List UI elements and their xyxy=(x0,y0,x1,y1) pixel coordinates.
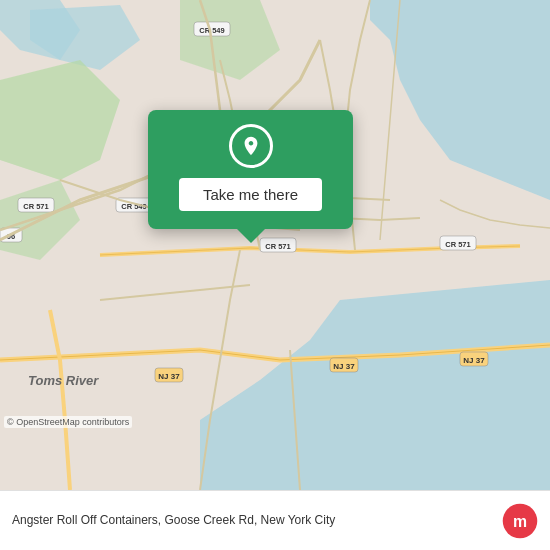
svg-text:CR 571: CR 571 xyxy=(265,242,290,251)
bottom-bar: Angster Roll Off Containers, Goose Creek… xyxy=(0,490,550,550)
moovit-logo: m xyxy=(502,503,538,539)
address-text: Angster Roll Off Containers, Goose Creek… xyxy=(12,513,490,529)
svg-text:NJ 37: NJ 37 xyxy=(463,356,485,365)
svg-text:CR 571: CR 571 xyxy=(23,202,48,211)
svg-text:CR 549: CR 549 xyxy=(199,26,224,35)
svg-text:CR 571: CR 571 xyxy=(445,240,470,249)
map-container: NJ 37 NJ 37 NJ 37 CR 571 CR 571 CR 549 C… xyxy=(0,0,550,490)
location-popup: Take me there xyxy=(148,110,353,229)
osm-attribution: © OpenStreetMap contributors xyxy=(4,416,132,428)
moovit-logo-icon: m xyxy=(502,503,538,539)
svg-text:NJ 37: NJ 37 xyxy=(333,362,355,371)
svg-text:NJ 37: NJ 37 xyxy=(158,372,180,381)
svg-text:Toms River: Toms River xyxy=(28,373,99,388)
location-pin-circle xyxy=(229,124,273,168)
location-pin-icon xyxy=(240,135,262,157)
take-me-there-button[interactable]: Take me there xyxy=(179,178,322,211)
svg-text:m: m xyxy=(513,513,527,530)
